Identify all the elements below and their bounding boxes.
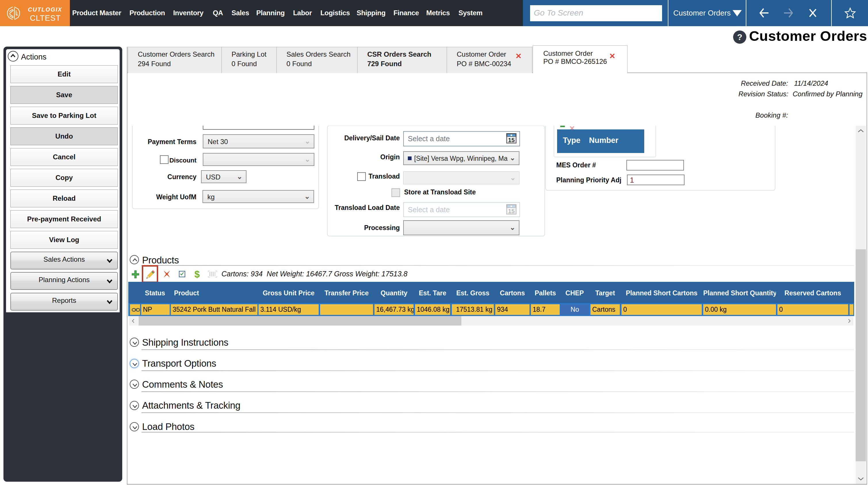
svg-text:15: 15: [508, 136, 515, 143]
svg-text:15: 15: [508, 208, 515, 214]
